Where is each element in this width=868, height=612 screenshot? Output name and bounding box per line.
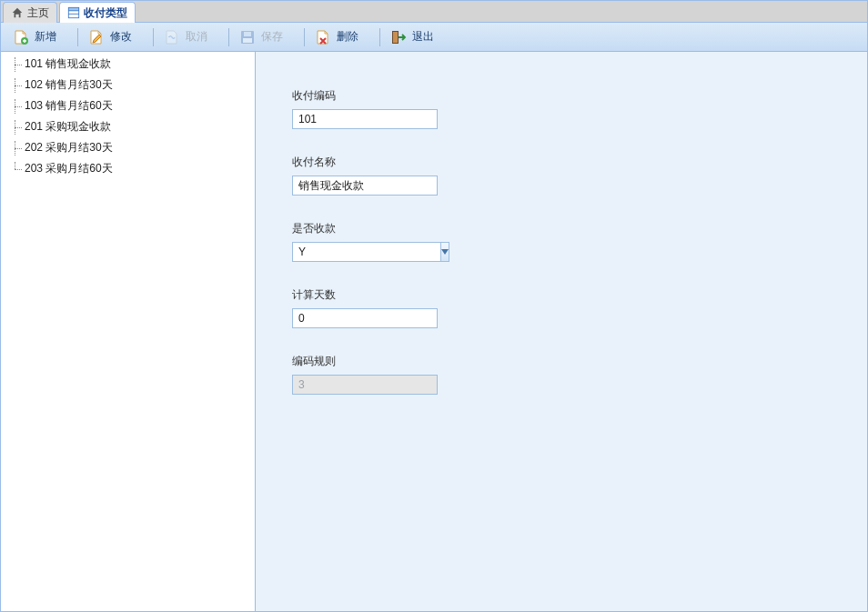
tree-lines-icon <box>8 99 23 114</box>
toolbar-separator <box>77 28 78 46</box>
tab-strip: 主页 收付类型 <box>1 1 867 23</box>
tab-home[interactable]: 主页 <box>3 2 57 23</box>
tree-node[interactable]: 201 采购现金收款 <box>1 116 255 137</box>
new-button[interactable]: 新增 <box>6 25 66 49</box>
edit-icon <box>88 29 105 45</box>
tree-node-label: 203 采购月结60天 <box>25 161 113 176</box>
tab-payment-type[interactable]: 收付类型 <box>59 2 136 23</box>
code-input[interactable] <box>292 109 438 129</box>
content-body: 101 销售现金收款102 销售月结30天103 销售月结60天201 采购现金… <box>1 52 867 611</box>
days-input[interactable] <box>292 308 438 328</box>
code-label: 收付编码 <box>292 88 867 104</box>
tree-panel: 101 销售现金收款102 销售月结30天103 销售月结60天201 采购现金… <box>1 52 256 611</box>
tree-node-label: 101 销售现金收款 <box>25 56 111 72</box>
svg-rect-3 <box>69 15 79 18</box>
app-window: 主页 收付类型 新增 <box>0 0 868 612</box>
edit-button[interactable]: 修改 <box>82 25 142 49</box>
save-button[interactable]: 保存 <box>233 25 293 49</box>
save-icon <box>239 29 256 45</box>
tree-node[interactable]: 103 销售月结60天 <box>1 95 255 116</box>
toolbar-separator <box>153 28 154 46</box>
is-receive-input[interactable] <box>292 242 440 262</box>
field-days: 计算天数 <box>292 287 867 328</box>
field-name: 收付名称 <box>292 155 867 196</box>
toolbar: 新增 修改 取消 保存 <box>1 23 867 52</box>
toolbar-separator <box>228 28 229 46</box>
delete-button[interactable]: 删除 <box>308 25 368 49</box>
combo-trigger[interactable] <box>440 242 449 262</box>
name-label: 收付名称 <box>292 155 867 170</box>
cancel-button-label: 取消 <box>186 29 207 45</box>
tree-node-label: 201 采购现金收款 <box>25 119 111 135</box>
cancel-icon <box>164 29 180 45</box>
field-rule: 编码规则 <box>292 354 867 395</box>
rule-input <box>292 375 438 395</box>
field-is-receive: 是否收款 <box>292 221 867 262</box>
svg-rect-7 <box>243 38 252 43</box>
tree-node[interactable]: 202 采购月结30天 <box>1 137 255 158</box>
name-input[interactable] <box>292 176 438 196</box>
delete-button-label: 删除 <box>337 29 358 45</box>
grid-icon <box>67 6 80 19</box>
exit-button-label: 退出 <box>412 29 434 45</box>
tree-node-label: 202 采购月结30天 <box>25 140 113 156</box>
cancel-button[interactable]: 取消 <box>157 25 217 49</box>
form-panel: 收付编码 收付名称 是否收款 计算天数 <box>256 52 867 611</box>
tree-node[interactable]: 102 销售月结30天 <box>1 75 255 95</box>
tree-lines-icon <box>8 57 23 72</box>
rule-label: 编码规则 <box>292 354 867 369</box>
chevron-down-icon <box>441 249 449 255</box>
tree-lines-icon <box>8 120 23 135</box>
days-label: 计算天数 <box>292 287 867 303</box>
is-receive-label: 是否收款 <box>292 221 867 236</box>
tree-node[interactable]: 203 采购月结60天 <box>1 158 255 179</box>
edit-button-label: 修改 <box>110 29 132 45</box>
exit-button[interactable]: 退出 <box>384 25 444 49</box>
tree-lines-icon <box>8 141 23 156</box>
exit-icon <box>390 29 407 45</box>
tree-node[interactable]: 101 销售现金收款 <box>1 54 255 75</box>
tab-home-label: 主页 <box>27 5 49 21</box>
tree-node-label: 102 销售月结30天 <box>25 77 113 93</box>
delete-icon <box>315 29 331 45</box>
tab-payment-type-label: 收付类型 <box>84 5 127 21</box>
home-icon <box>11 6 24 19</box>
toolbar-separator <box>379 28 380 46</box>
svg-rect-6 <box>244 32 251 36</box>
svg-rect-9 <box>393 32 398 43</box>
svg-rect-1 <box>69 8 79 11</box>
new-icon <box>13 29 29 45</box>
svg-rect-2 <box>69 11 79 14</box>
tree-lines-icon <box>8 78 23 93</box>
new-button-label: 新增 <box>35 29 56 45</box>
tree-node-label: 103 销售月结60天 <box>25 98 113 114</box>
tree-lines-icon <box>8 162 23 176</box>
is-receive-combo[interactable] <box>292 242 438 262</box>
save-button-label: 保存 <box>261 29 283 45</box>
toolbar-separator <box>304 28 305 46</box>
field-code: 收付编码 <box>292 88 867 129</box>
